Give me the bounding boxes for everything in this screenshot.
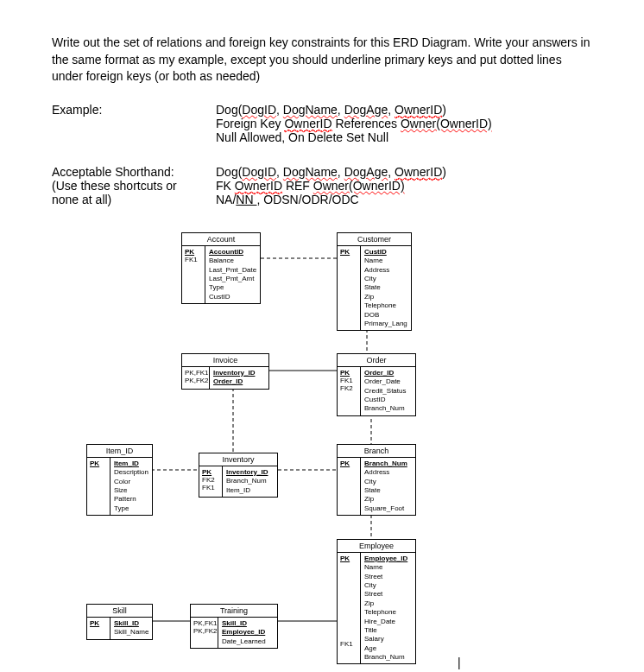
entity-title: Account	[182, 233, 260, 246]
k: PK,FK2	[193, 627, 215, 635]
a: Age	[364, 644, 416, 653]
shorthand-block: Acceptable Shorthand: (Use these shortcu…	[52, 165, 592, 206]
key-col: PK	[87, 458, 110, 515]
entity-inventory: Inventory PK FK2 FK1 Inventory_ID Branch…	[199, 453, 278, 498]
k: PK	[340, 555, 357, 562]
k: FK2	[340, 384, 357, 392]
a: Branch_Num	[226, 477, 278, 485]
attr: DogName	[283, 103, 338, 117]
attr-col: Order_ID Order_Date Credit_Status CustID…	[361, 367, 420, 415]
a: Skill_ID	[222, 619, 274, 628]
a: Telephone	[364, 301, 416, 310]
a: Address	[364, 266, 416, 275]
k: PK	[90, 460, 107, 467]
attr-col: Branch_Num Address City State Zip Square…	[361, 458, 420, 515]
k: PK,FK1	[193, 619, 215, 627]
k: FK1	[202, 484, 219, 491]
key-col: PK FK1	[338, 553, 361, 664]
entity-training: Training PK,FK1 PK,FK2 Skill_ID Employee…	[190, 604, 278, 649]
text-cursor-icon: |	[458, 656, 461, 669]
entity-title: Skill	[87, 605, 152, 618]
entity-branch: Branch PK Branch_Num Address City State …	[337, 444, 416, 516]
attr-col: Inventory_ID Order_ID	[210, 367, 268, 389]
a: Inventory_ID	[226, 468, 278, 477]
a: Order_ID	[364, 369, 416, 377]
a: CustID	[364, 396, 416, 404]
t: )	[442, 103, 446, 117]
key-col: PK,FK1 PK,FK2	[191, 618, 218, 648]
a: Name	[364, 257, 416, 265]
a: Type	[209, 283, 261, 292]
entity-skill: Skill PK Skill_ID Skill_Name	[86, 604, 153, 640]
a: Zip	[364, 599, 416, 608]
k: FK1	[340, 640, 357, 648]
t: Acceptable Shorthand:	[52, 165, 216, 179]
attr: DogAge	[344, 103, 388, 117]
a: Last_Pmt_Date	[209, 266, 261, 275]
attr: DogAge	[344, 165, 388, 179]
a: Skill_ID	[114, 619, 166, 628]
fk: OwnerID	[395, 103, 442, 117]
t: , ODSN/ODR/ODC	[256, 193, 358, 206]
k: PK	[340, 460, 357, 467]
entity-title: Item_ID	[87, 445, 152, 458]
t: REF	[282, 179, 313, 193]
fk: OwnerID	[395, 165, 442, 180]
entity-title: Employee	[338, 540, 415, 553]
a: Pattern	[114, 495, 166, 504]
a: City	[364, 275, 416, 283]
a: Primary_Lang	[364, 320, 416, 328]
attr-col: AccountID Balance Last_Pmt_Date Last_Pmt…	[205, 246, 264, 303]
a: Item_ID	[226, 486, 278, 495]
key-col: PK,FK1 PK,FK2	[182, 367, 210, 389]
a: Telephone	[364, 608, 416, 617]
question-prompt: Write out the set of relations and forei…	[52, 35, 592, 86]
a: CustID	[209, 293, 261, 301]
t: none at all)	[52, 193, 216, 206]
nn: NN	[236, 193, 256, 206]
entity-title: Order	[338, 354, 415, 367]
a: Order_ID	[213, 377, 265, 386]
a: AccountID	[209, 248, 261, 257]
attr-col: Employee_ID Name Street City Street Zip …	[361, 553, 420, 664]
attr: DogName	[283, 165, 338, 179]
a: City	[364, 581, 416, 590]
fk: OwnerID	[284, 117, 331, 131]
entity-employee: Employee PK FK1 Employee_ID Name Street …	[337, 539, 416, 665]
a: Employee_ID	[364, 555, 416, 563]
attr-col: CustID Name Address City State Zip Telep…	[361, 246, 420, 331]
attr-col: Skill_ID Employee_ID Date_Learned	[218, 618, 277, 648]
a: State	[364, 283, 416, 292]
k: PK	[340, 248, 357, 256]
ref: Owner(OwnerID)	[401, 117, 492, 130]
example-block: Example: Dog(DogID, DogName, DogAge, Own…	[52, 103, 592, 144]
attr-col: Item_ID Description Color Size Pattern T…	[110, 458, 169, 515]
t: ,	[276, 103, 283, 117]
t: (Use these shortcuts or	[52, 179, 216, 193]
entity-item: Item_ID PK Item_ID Description Color Siz…	[86, 444, 153, 516]
a: Branch_Num	[364, 653, 416, 662]
a: Date_Learned	[222, 637, 274, 646]
k: PK	[340, 369, 357, 377]
a: Item_ID	[114, 460, 166, 468]
t: References	[332, 117, 401, 130]
k: FK1	[340, 377, 357, 384]
entity-customer: Customer PK CustID Name Address City Sta…	[337, 232, 412, 332]
a: Employee_ID	[222, 628, 274, 637]
entity-title: Inventory	[199, 453, 277, 466]
t: ,	[276, 165, 283, 179]
a: City	[364, 478, 416, 486]
attr-col: Skill_ID Skill_Name	[110, 618, 169, 639]
a: Salary	[364, 635, 416, 643]
t: Foreign Key	[216, 117, 284, 130]
a: Branch_Num	[364, 460, 416, 468]
a: Zip	[364, 293, 416, 301]
entity-title: Invoice	[182, 354, 268, 367]
k: FK1	[185, 256, 202, 263]
key-col: PK	[338, 246, 361, 331]
t: ,	[388, 103, 395, 117]
k: PK	[185, 248, 202, 256]
fk: OwnerID	[235, 179, 282, 193]
t: NA/	[216, 193, 236, 206]
a: CustID	[364, 248, 416, 257]
